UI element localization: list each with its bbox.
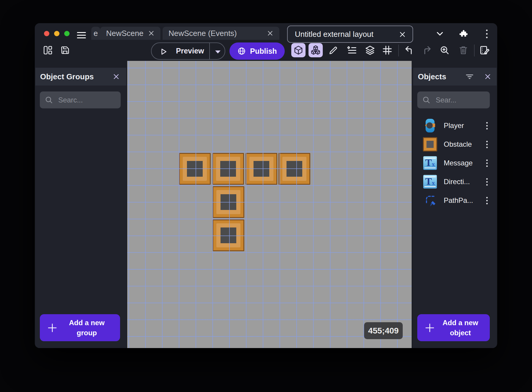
more-options-kebab-icon[interactable] — [485, 28, 489, 39]
object-groups-search — [40, 91, 121, 108]
path-paint-icon — [423, 193, 437, 208]
object-options-kebab-icon[interactable] — [485, 158, 489, 168]
delete-trash-icon[interactable] — [457, 44, 470, 57]
preview-dropdown-caret-icon[interactable] — [214, 50, 222, 54]
toggle-panels-layout-icon[interactable] — [41, 44, 54, 57]
object-name: Message — [444, 159, 473, 167]
add-object-button[interactable]: Add a new object — [417, 314, 490, 341]
toolbar-divider — [474, 45, 475, 56]
objects-list: Player Obstacle Tx Message Tx — [413, 116, 497, 210]
tab-close-icon[interactable] — [148, 30, 155, 37]
obstacle-instance[interactable] — [213, 219, 244, 251]
window-close-button[interactable] — [44, 31, 49, 36]
text-object-icon: Tx — [423, 156, 437, 170]
plus-icon — [47, 323, 58, 333]
objects-panel: Objects — [413, 68, 497, 348]
object-item-pathpaint[interactable]: PathPa... — [413, 191, 497, 210]
tab-untitled-external-layout[interactable]: Untitled external layout — [287, 26, 413, 43]
instances-panel-toggle-cubes-icon[interactable] — [309, 43, 323, 57]
search-icon — [45, 96, 53, 105]
main-menu-icon[interactable] — [77, 32, 86, 39]
obstacle-instance[interactable] — [278, 153, 310, 185]
instances-layer — [127, 61, 412, 348]
undo-icon[interactable] — [403, 44, 416, 57]
tab-label: e — [94, 29, 98, 38]
chevron-down-icon[interactable] — [435, 29, 445, 39]
scene-canvas[interactable]: 455;409 — [127, 61, 412, 348]
editor-window: e NewScene NewScene (Events) Untitled ex… — [35, 23, 497, 348]
desktop: { "titlebar": { "tabs": [ {"label": "e"}… — [0, 0, 532, 392]
objects-header: Objects — [413, 68, 497, 86]
redo-icon[interactable] — [420, 44, 433, 57]
extensions-puzzle-icon[interactable] — [459, 29, 468, 38]
edit-scene-properties-icon[interactable] — [478, 44, 491, 57]
toolbar-divider — [398, 45, 399, 56]
publish-label: Publish — [250, 47, 277, 56]
tab-close-icon[interactable] — [267, 30, 273, 37]
text-object-icon: Tx — [423, 175, 437, 189]
globe-icon — [237, 47, 246, 56]
obstacle-sprite-icon — [423, 137, 437, 151]
preview-button[interactable]: Preview — [151, 42, 225, 60]
play-icon — [159, 47, 168, 56]
add-group-button[interactable]: Add a new group — [40, 314, 120, 341]
publish-button[interactable]: Publish — [229, 42, 285, 60]
tab-newscene-events[interactable]: NewScene (Events) — [163, 27, 279, 40]
filter-icon[interactable] — [466, 73, 473, 80]
object-name: Directi... — [444, 178, 470, 186]
add-object-label: Add a new object — [435, 318, 486, 338]
close-icon[interactable] — [113, 73, 120, 80]
object-options-kebab-icon[interactable] — [485, 120, 489, 131]
object-item-player[interactable]: Player — [413, 116, 497, 135]
tab-label: NewScene (Events) — [169, 29, 237, 38]
tab-clipped[interactable]: e — [91, 27, 100, 40]
add-group-label: Add a new group — [58, 318, 116, 338]
preview-split-divider — [209, 43, 210, 59]
object-groups-header: Object Groups — [35, 68, 126, 86]
toolbar: Preview Publish — [35, 40, 497, 61]
objects-search — [417, 91, 490, 108]
objects-panel-toggle-cube-icon[interactable] — [291, 43, 306, 57]
preview-label: Preview — [176, 47, 204, 55]
object-options-kebab-icon[interactable] — [485, 139, 489, 150]
plus-icon — [424, 323, 435, 333]
window-zoom-button[interactable] — [64, 31, 70, 36]
obstacle-instance[interactable] — [212, 153, 244, 185]
search-input[interactable] — [435, 96, 485, 105]
tab-close-icon[interactable] — [399, 31, 405, 37]
object-name: Obstacle — [444, 140, 472, 148]
zoom-in-icon[interactable] — [438, 44, 451, 57]
object-item-directions[interactable]: Tx Directi... — [413, 172, 497, 191]
grid-icon[interactable] — [381, 44, 394, 57]
obstacle-instance[interactable] — [213, 186, 244, 218]
obstacle-instance[interactable] — [245, 153, 277, 185]
titlebar: e NewScene NewScene (Events) Untitled ex… — [35, 23, 497, 40]
object-groups-title: Object Groups — [40, 72, 94, 81]
layers-icon[interactable] — [363, 44, 377, 57]
object-options-kebab-icon[interactable] — [485, 195, 489, 206]
search-icon — [422, 96, 431, 105]
object-name: PathPa... — [444, 196, 473, 205]
object-item-message[interactable]: Tx Message — [413, 154, 497, 172]
instances-list-icon[interactable] — [346, 44, 359, 57]
save-icon[interactable] — [59, 44, 72, 57]
tab-newscene[interactable]: NewScene — [100, 27, 160, 40]
tab-label: Untitled external layout — [295, 30, 373, 39]
object-item-obstacle[interactable]: Obstacle — [413, 135, 497, 154]
search-input[interactable] — [58, 96, 116, 105]
edit-pencil-icon[interactable] — [327, 44, 340, 57]
obstacle-instance[interactable] — [179, 153, 211, 185]
cursor-coordinates-badge: 455;409 — [364, 322, 403, 339]
tab-label: NewScene — [106, 29, 144, 38]
object-groups-panel: Object Groups Add a new group — [35, 68, 126, 348]
player-sprite-icon — [423, 118, 437, 133]
objects-title: Objects — [418, 72, 446, 81]
object-options-kebab-icon[interactable] — [485, 176, 489, 187]
object-name: Player — [444, 121, 464, 130]
window-minimize-button[interactable] — [54, 31, 59, 36]
close-icon[interactable] — [484, 73, 491, 80]
